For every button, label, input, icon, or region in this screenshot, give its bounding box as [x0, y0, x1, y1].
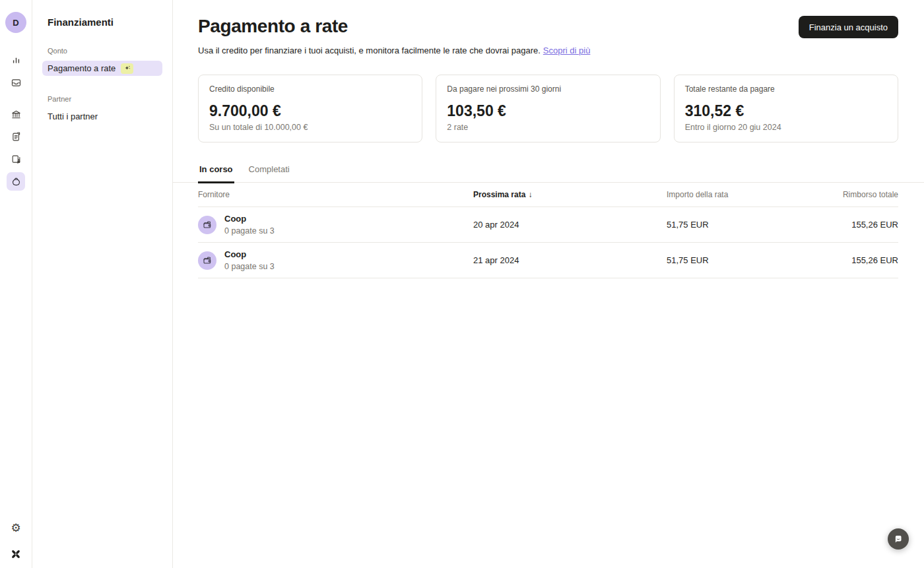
sidebar-item-label: Pagamento a rate	[48, 63, 116, 73]
requests-icon[interactable]	[7, 127, 25, 146]
wallet-icon	[198, 216, 216, 234]
sparkle-badge	[121, 63, 133, 74]
financing-icon[interactable]	[7, 172, 25, 191]
supplier-cell: Coop 0 pagate su 3	[198, 214, 473, 236]
total-repayment: 155,26 EUR	[783, 255, 899, 265]
card-sub: 2 rate	[447, 123, 649, 132]
card-sub: Entro il giorno 20 giu 2024	[685, 123, 887, 132]
wallet-icon	[198, 251, 216, 270]
status-tabs: In corso Completati	[173, 158, 924, 183]
sidebar-title: Finanziamenti	[42, 16, 162, 28]
gear-glyph: ⚙	[11, 523, 20, 534]
inbox-icon[interactable]	[7, 73, 25, 92]
sidebar-item-label: Tutti i partner	[48, 111, 98, 121]
supplier-progress: 0 pagate su 3	[224, 262, 275, 271]
col-fornitore[interactable]: Fornitore	[198, 190, 473, 199]
card-value: 9.700,00 €	[209, 102, 411, 120]
icon-rail: D	[0, 0, 32, 568]
sidebar-section-partner: Partner	[42, 95, 162, 103]
sidebar-item-tutti-i-partner[interactable]: Tutti i partner	[42, 109, 162, 124]
finance-purchase-button[interactable]: Finanzia un acquisto	[799, 16, 898, 38]
installment-amount: 51,75 EUR	[667, 220, 783, 230]
stat-cards: Credito disponibile 9.700,00 € Su un tot…	[198, 75, 898, 142]
card-total-remaining: Totale restante da pagare 310,52 € Entro…	[674, 75, 898, 142]
cards-icon[interactable]	[7, 150, 25, 168]
chat-launcher-button[interactable]	[888, 528, 909, 550]
supplier-text: Coop 0 pagate su 3	[224, 249, 275, 271]
supplier-progress: 0 pagate su 3	[224, 226, 275, 236]
subtitle-text: Usa il credito per finanziare i tuoi acq…	[198, 46, 541, 55]
sidebar-item-pagamento-a-rate[interactable]: Pagamento a rate	[42, 61, 162, 76]
card-value: 103,50 €	[447, 102, 649, 120]
page-title: Pagamento a rate	[198, 16, 898, 37]
bank-icon[interactable]	[7, 105, 25, 123]
learn-more-link[interactable]: Scopri di più	[543, 46, 591, 55]
sort-desc-icon: ↓	[528, 190, 532, 199]
card-value: 310,52 €	[685, 102, 887, 120]
rail-footer: ⚙	[7, 519, 25, 568]
settings-gear-icon[interactable]: ⚙	[7, 519, 25, 538]
table-row[interactable]: Coop 0 pagate su 3 20 apr 2024 51,75 EUR…	[198, 207, 898, 243]
table-header: Fornitore Prossima rata↓ Importo della r…	[198, 183, 898, 207]
analytics-icon[interactable]	[7, 51, 25, 69]
table-row[interactable]: Coop 0 pagate su 3 21 apr 2024 51,75 EUR…	[198, 243, 898, 278]
col-prossima-rata[interactable]: Prossima rata↓	[473, 190, 667, 199]
rail-nav	[7, 51, 25, 191]
page-subtitle: Usa il credito per finanziare i tuoi acq…	[198, 46, 898, 55]
supplier-name: Coop	[224, 249, 275, 259]
card-available-credit: Credito disponibile 9.700,00 € Su un tot…	[198, 75, 422, 142]
tab-in-corso[interactable]: In corso	[198, 158, 234, 183]
supplier-cell: Coop 0 pagate su 3	[198, 249, 473, 271]
next-installment-date: 20 apr 2024	[473, 220, 667, 230]
avatar[interactable]: D	[5, 12, 26, 33]
col-rimborso-totale[interactable]: Rimborso totale	[783, 190, 899, 199]
total-repayment: 155,26 EUR	[783, 220, 899, 230]
card-due-30-days: Da pagare nei prossimi 30 giorni 103,50 …	[436, 75, 660, 142]
card-sub: Su un totale di 10.000,00 €	[209, 123, 411, 132]
supplier-text: Coop 0 pagate su 3	[224, 214, 275, 236]
col-importo-rata[interactable]: Importo della rata	[667, 190, 783, 199]
card-label: Credito disponibile	[209, 84, 411, 94]
sidebar-section-qonto: Qonto	[42, 47, 162, 55]
qonto-logo	[10, 548, 22, 560]
installments-table: Fornitore Prossima rata↓ Importo della r…	[198, 183, 898, 278]
main-content: Pagamento a rate Usa il credito per fina…	[173, 0, 924, 568]
next-installment-date: 21 apr 2024	[473, 255, 667, 265]
chat-bubble-icon	[896, 536, 902, 542]
supplier-name: Coop	[224, 214, 275, 224]
card-label: Totale restante da pagare	[685, 84, 887, 94]
installment-amount: 51,75 EUR	[667, 255, 783, 265]
page-header: Pagamento a rate Usa il credito per fina…	[173, 0, 924, 55]
sidebar: Finanziamenti Qonto Pagamento a rate Par…	[32, 0, 173, 568]
card-label: Da pagare nei prossimi 30 giorni	[447, 84, 649, 94]
tab-completati[interactable]: Completati	[248, 158, 291, 183]
